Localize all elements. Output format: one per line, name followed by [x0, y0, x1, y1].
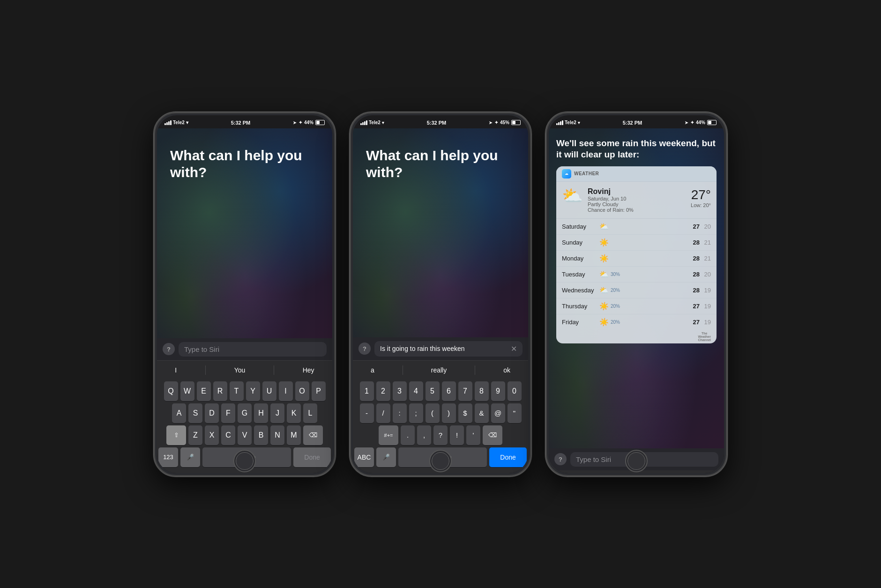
key-t[interactable]: T: [230, 381, 244, 401]
weather-main-info: ⛅ Rovinj Saturday, Jun 10 Partly Cloudy …: [556, 182, 717, 218]
forecast-row-tuesday: Tuesday ⛅ 30% 28 20: [556, 267, 717, 283]
time-3: 5:32 PM: [623, 120, 642, 126]
forecast-day: Friday: [562, 319, 599, 326]
key-i[interactable]: I: [279, 381, 293, 401]
mic-key-1[interactable]: 🎤: [180, 447, 200, 467]
home-button-1[interactable]: [233, 450, 256, 472]
key-amp[interactable]: &: [475, 403, 489, 423]
done-key-2[interactable]: Done: [489, 447, 527, 467]
siri-main-text-1: What can I help you with?: [157, 128, 332, 190]
key-u[interactable]: U: [262, 381, 276, 401]
key-r[interactable]: R: [213, 381, 227, 401]
key-rparen[interactable]: ): [442, 403, 456, 423]
hashplus-key[interactable]: #+=: [379, 425, 398, 445]
key-2[interactable]: 2: [376, 381, 390, 401]
predictive-word-2c[interactable]: ok: [496, 365, 518, 376]
predictive-word-1c[interactable]: Hey: [295, 365, 322, 376]
divider: [475, 365, 475, 375]
clear-input-icon-2[interactable]: ✕: [511, 344, 517, 353]
key-q[interactable]: Q: [164, 381, 178, 401]
siri-response-area: We'll see some rain this weekend, but it…: [549, 128, 724, 348]
battery-fill-3: [708, 121, 711, 124]
key-7[interactable]: 7: [458, 381, 472, 401]
abc-key[interactable]: ABC: [354, 447, 374, 467]
key-period[interactable]: .: [401, 425, 415, 445]
help-button-2[interactable]: ?: [358, 342, 371, 355]
key-w[interactable]: W: [180, 381, 194, 401]
siri-input-field-2[interactable]: Is it going to rain this weeken ✕: [374, 341, 523, 357]
key-6[interactable]: 6: [442, 381, 456, 401]
signal-bar: [362, 122, 364, 125]
key-n[interactable]: N: [270, 425, 284, 445]
predictive-word-1b[interactable]: You: [227, 365, 253, 376]
help-button-1[interactable]: ?: [163, 343, 175, 355]
key-slash[interactable]: /: [376, 403, 390, 423]
key-1[interactable]: 1: [360, 381, 374, 401]
forecast-icon: ☀️: [599, 238, 611, 247]
key-f[interactable]: F: [221, 403, 235, 423]
numbers-key-1[interactable]: 123: [158, 447, 178, 467]
key-y[interactable]: Y: [246, 381, 260, 401]
input-placeholder-1: Type to Siri: [184, 345, 219, 353]
forecast-icon: ⛅: [599, 270, 611, 279]
key-5[interactable]: 5: [426, 381, 440, 401]
key-j[interactable]: J: [270, 403, 284, 423]
siri-bg-1: What can I help you with?: [157, 128, 332, 338]
backspace-key-2[interactable]: ⌫: [483, 425, 502, 445]
backspace-key-1[interactable]: ⌫: [303, 425, 323, 445]
forecast-icon: ☀️: [599, 318, 611, 327]
carrier-1: Tele2: [173, 120, 185, 125]
key-9[interactable]: 9: [491, 381, 505, 401]
help-button-3[interactable]: ?: [554, 453, 567, 465]
key-x[interactable]: X: [205, 425, 219, 445]
key-question[interactable]: ?: [433, 425, 448, 445]
predictive-word-2a[interactable]: a: [363, 365, 382, 376]
predictive-word-2b[interactable]: really: [424, 365, 454, 376]
key-v[interactable]: V: [238, 425, 252, 445]
key-dash[interactable]: -: [360, 403, 374, 423]
key-d[interactable]: D: [205, 403, 219, 423]
forecast-icon: ⛅: [599, 222, 611, 231]
key-3[interactable]: 3: [393, 381, 407, 401]
key-g[interactable]: G: [238, 403, 252, 423]
key-b[interactable]: B: [254, 425, 268, 445]
key-e[interactable]: E: [197, 381, 211, 401]
mic-key-2[interactable]: 🎤: [376, 447, 396, 467]
home-button-3[interactable]: [625, 450, 648, 472]
signal-bars-3: [556, 120, 563, 125]
key-quote[interactable]: ": [508, 403, 522, 423]
done-key-1[interactable]: Done: [293, 447, 331, 467]
key-k[interactable]: K: [287, 403, 301, 423]
key-8[interactable]: 8: [475, 381, 489, 401]
key-at[interactable]: @: [491, 403, 505, 423]
key-c[interactable]: C: [221, 425, 235, 445]
key-dollar[interactable]: $: [458, 403, 472, 423]
key-l[interactable]: L: [303, 403, 317, 423]
divider: [403, 365, 403, 375]
weather-condition: Partly Cloudy: [588, 201, 686, 207]
key-h[interactable]: H: [254, 403, 268, 423]
key-s[interactable]: S: [188, 403, 202, 423]
shift-key-1[interactable]: ⇧: [166, 425, 186, 445]
key-exclaim[interactable]: !: [450, 425, 464, 445]
key-a[interactable]: A: [172, 403, 186, 423]
key-comma[interactable]: ,: [417, 425, 431, 445]
battery-icon-3: [707, 120, 717, 125]
key-lparen[interactable]: (: [426, 403, 440, 423]
key-m[interactable]: M: [287, 425, 301, 445]
key-colon[interactable]: :: [393, 403, 407, 423]
key-4[interactable]: 4: [409, 381, 423, 401]
wifi-icon-3: ▾: [578, 120, 580, 125]
key-z[interactable]: Z: [188, 425, 202, 445]
key-0[interactable]: 0: [508, 381, 522, 401]
key-o[interactable]: O: [295, 381, 309, 401]
key-apos[interactable]: ': [466, 425, 480, 445]
key-p[interactable]: P: [312, 381, 326, 401]
siri-input-bar-2: ? Is it going to rain this weeken ✕: [353, 337, 528, 360]
home-button-2[interactable]: [429, 450, 452, 472]
siri-bg-2: What can I help you with?: [353, 128, 528, 337]
predictive-word-1a[interactable]: I: [167, 365, 184, 376]
forecast-lo: 21: [700, 239, 711, 246]
key-semi[interactable]: ;: [409, 403, 423, 423]
siri-input-field-1[interactable]: Type to Siri: [179, 342, 327, 357]
